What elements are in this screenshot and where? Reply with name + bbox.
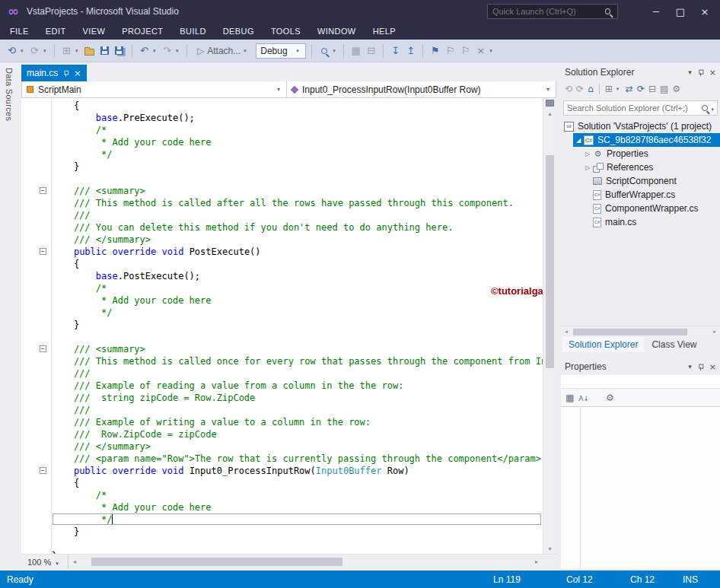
refresh-icon[interactable] [637,84,645,94]
navigate-backward-icon[interactable] [5,44,18,58]
code-line[interactable]: */ [21,307,543,319]
minimize-button[interactable] [644,6,668,17]
editor-vertical-scrollbar[interactable] [543,98,556,554]
chevron-down-icon[interactable] [176,48,181,54]
quick-launch-box[interactable] [487,4,618,19]
code-line[interactable]: /// You can delete this method if you do… [21,221,543,234]
code-line[interactable]: − /// <summary> [21,343,543,355]
code-line[interactable]: } [21,526,543,538]
code-line[interactable]: } [21,161,543,173]
panel-tab[interactable]: Class View [645,337,702,352]
types-dropdown[interactable]: ScriptMain [22,81,287,97]
fold-collapse-icon[interactable]: − [40,345,46,352]
window-menu-icon[interactable] [688,363,692,370]
code-line[interactable]: * Add your code here [21,136,543,148]
scroll-right-icon[interactable] [709,329,720,335]
code-line[interactable]: * Add your code here [21,501,543,513]
code-line[interactable]: /// Example of writing a value to a colu… [21,416,543,428]
zoom-control[interactable]: 100 % [21,555,68,569]
quick-launch-input[interactable] [488,7,605,16]
code-line[interactable]: /// [21,404,543,416]
solution-configuration-select[interactable]: Debug [256,43,306,59]
window-menu-icon[interactable] [688,68,692,76]
code-line[interactable]: /// [21,367,543,380]
code-line[interactable]: − public override void PostExecute() [21,246,543,258]
pin-icon[interactable] [63,70,68,77]
code-line[interactable]: /* [21,489,543,501]
undo-icon[interactable] [138,44,151,58]
code-line[interactable]: /// </summary> [21,440,543,453]
scrollbar-split-grip[interactable] [546,100,554,106]
properties-object-select[interactable] [561,375,720,389]
chevron-down-icon[interactable] [711,103,714,113]
attach-button[interactable]: Attach... [193,44,253,58]
code-line[interactable] [21,538,543,550]
code-line[interactable]: { [21,100,543,112]
code-line[interactable]: */ [21,148,543,161]
collapsed-icon[interactable]: ▷ [582,164,593,171]
close-button[interactable] [693,6,717,17]
scroll-right-icon[interactable] [530,558,543,565]
code-line[interactable]: /* [21,124,543,136]
step-out-icon[interactable] [404,44,417,58]
chevron-down-icon[interactable] [75,48,81,54]
code-line[interactable]: /// </summary> [21,234,543,246]
menu-item[interactable]: WINDOW [309,27,365,36]
close-icon[interactable] [709,68,716,78]
close-icon[interactable] [709,362,716,372]
solution-explorer-search-box[interactable] [563,100,718,116]
pin-icon[interactable] [697,363,703,370]
vertical-scroll-thumb[interactable] [546,155,554,368]
code-line[interactable]: { [21,477,543,489]
alphabetical-icon[interactable] [578,393,589,403]
solution-explorer-search-input[interactable] [564,103,699,113]
code-line[interactable]: /// <param name="Row">The row that is cu… [21,453,543,465]
toggle-bookmark-icon[interactable] [428,44,441,58]
code-editing-surface[interactable]: { base.PreExecute(); /* * Add your code … [21,98,543,554]
fold-collapse-icon[interactable]: − [40,467,46,474]
code-line[interactable]: /// This method is called after all the … [21,197,543,209]
collapsed-icon[interactable]: ▷ [582,151,593,157]
tree-item[interactable]: ComponentWrapper.cs [582,202,720,215]
code-line[interactable]: /// Row.ZipCode = zipCode [21,428,543,440]
code-line[interactable]: /// string zipCode = Row.ZipCode [21,392,543,404]
scroll-left-icon[interactable] [561,329,572,335]
chevron-down-icon[interactable] [43,48,49,54]
fold-collapse-icon[interactable]: − [40,187,46,194]
menu-item[interactable]: HELP [365,27,404,36]
scroll-down-icon[interactable] [543,543,556,554]
tree-item[interactable]: main.cs [582,215,720,229]
editor-horizontal-scrollbar[interactable]: 100 % [21,554,556,569]
menu-item[interactable]: EDIT [37,27,75,36]
tree-item[interactable]: BufferWrapper.cs [582,188,720,202]
menu-item[interactable]: DEBUG [215,27,263,36]
redo-icon[interactable] [161,44,174,58]
code-line[interactable]: { [21,258,543,270]
code-line[interactable] [21,173,543,185]
code-line[interactable]: /// Example of reading a value from a co… [21,380,543,392]
previous-bookmark-icon[interactable] [444,44,457,58]
code-line[interactable]: base.PreExecute(); [21,112,543,124]
menu-item[interactable]: BUILD [171,27,214,36]
tree-scroll-thumb[interactable] [573,329,687,335]
scroll-up-icon[interactable] [543,108,556,119]
chevron-down-icon[interactable] [21,48,26,54]
step-into-icon[interactable] [389,44,402,58]
tree-horizontal-scrollbar[interactable] [561,326,720,337]
scroll-left-icon[interactable] [68,558,81,565]
tree-item[interactable]: ▷References [582,161,720,174]
home-icon[interactable] [588,84,594,94]
menu-item[interactable]: TOOLS [263,27,309,36]
data-sources-tab[interactable]: Data Sources [1,65,14,134]
code-line[interactable]: /// This method is called once for every… [21,355,543,367]
property-pages-icon[interactable] [606,393,614,403]
back-icon[interactable] [565,84,572,94]
properties-window-icon[interactable] [365,44,378,58]
code-line[interactable]: /* [21,282,543,294]
close-icon[interactable] [74,68,81,78]
chevron-down-icon[interactable] [333,48,338,54]
forward-icon[interactable] [576,84,584,94]
navigate-forward-icon[interactable] [28,44,41,58]
document-tab[interactable]: main.cs [21,65,87,81]
tree-item[interactable]: Solution 'VstaProjects' (1 project) [564,119,720,133]
